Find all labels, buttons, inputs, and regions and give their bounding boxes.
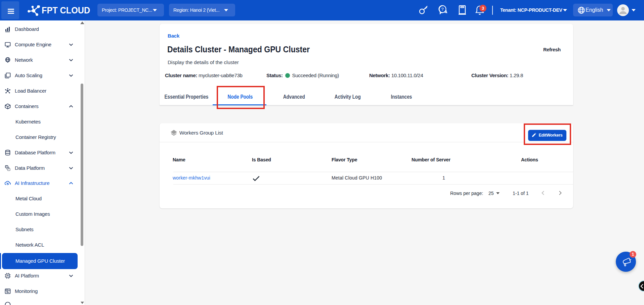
- svg-text:AI: AI: [7, 274, 9, 277]
- svg-text:?: ?: [441, 7, 443, 12]
